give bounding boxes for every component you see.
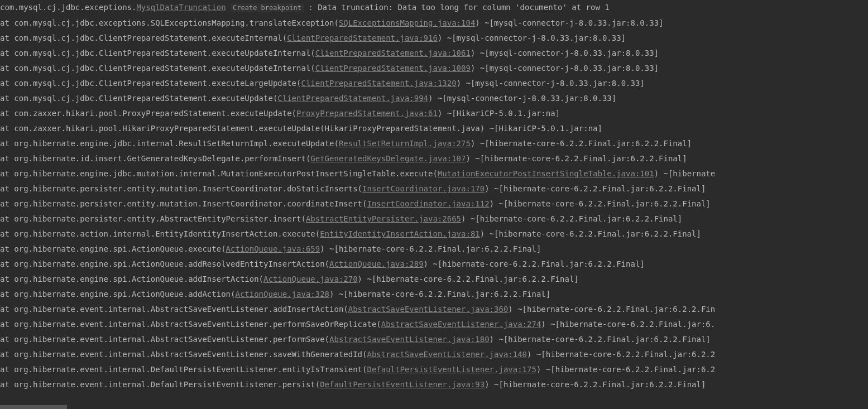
at-label: at xyxy=(0,320,14,329)
source-link[interactable]: AbstractEntityPersister.java:2665 xyxy=(306,214,461,223)
at-label: at xyxy=(0,335,14,344)
at-label: at xyxy=(0,244,14,253)
source-link[interactable]: GetGeneratedKeysDelegate.java:107 xyxy=(310,154,466,163)
frame-jar: ~[hibernate-core-6.2.2.Final.jar:6.2 xyxy=(541,365,715,374)
frame-jar: ~[mysql-connector-j-8.0.33.jar:8.0.33] xyxy=(475,49,659,57)
source-link[interactable]: AbstractSaveEventListener.java:180 xyxy=(329,335,490,344)
stack-frame: at com.mysql.cj.jdbc.ClientPreparedState… xyxy=(0,31,868,46)
at-label: at xyxy=(0,124,14,133)
stack-frame: at org.hibernate.action.internal.EntityI… xyxy=(0,227,868,242)
frame-jar: ~[hibernate-core-6.2.2.Final.jar:6.2.2.F… xyxy=(490,380,706,389)
frame-method: com.mysql.cj.jdbc.ClientPreparedStatemen… xyxy=(14,49,310,57)
source-link[interactable]: ClientPreparedStatement.java:916 xyxy=(287,33,438,42)
frame-method: org.hibernate.event.internal.AbstractSav… xyxy=(14,350,362,359)
stack-frame: at org.hibernate.event.internal.Abstract… xyxy=(0,332,868,347)
stack-frame: at org.hibernate.engine.jdbc.mutation.in… xyxy=(0,166,868,181)
stack-frame: at com.zaxxer.hikari.pool.HikariProxyPre… xyxy=(0,121,868,136)
frame-jar: ~[hibernate-core-6.2.2.Final.jar:6.2.2.F… xyxy=(325,244,541,253)
source-link[interactable]: ActionQueue.java:659 xyxy=(226,244,320,253)
source-link[interactable]: AbstractSaveEventListener.java:274 xyxy=(381,320,541,329)
source-link[interactable]: InsertCoordinator.java:170 xyxy=(362,184,485,193)
source-link[interactable]: AbstractSaveEventListener.java:360 xyxy=(348,305,509,314)
source-link[interactable]: ClientPreparedStatement.java:994 xyxy=(277,94,428,103)
source-link[interactable]: EntityIdentityInsertAction.java:81 xyxy=(320,229,480,238)
stack-frame: at org.hibernate.event.internal.DefaultP… xyxy=(0,362,868,377)
frame-jar: ~[hibernate-core-6.2.2.Final.jar:6.2.2.F… xyxy=(494,335,711,344)
at-label: at xyxy=(0,229,14,238)
frame-method: org.hibernate.persister.entity.mutation.… xyxy=(14,184,357,193)
source-link[interactable]: DefaultPersistEventListener.java:93 xyxy=(320,380,485,389)
create-breakpoint-button[interactable]: Create breakpoint xyxy=(231,3,304,12)
source-link[interactable]: SQLExceptionsMapping.java:104 xyxy=(339,18,475,27)
frame-method: org.hibernate.engine.spi.ActionQueue.add… xyxy=(14,259,324,268)
at-label: at xyxy=(0,109,14,118)
frame-jar: ~[mysql-connector-j-8.0.33.jar:8.0.33] xyxy=(475,64,659,73)
stack-frame: at org.hibernate.event.internal.Abstract… xyxy=(0,317,868,332)
frame-method: com.zaxxer.hikari.pool.ProxyPreparedStat… xyxy=(14,109,291,118)
stack-frame: at com.mysql.cj.jdbc.ClientPreparedState… xyxy=(0,61,868,76)
stack-frame: at org.hibernate.persister.entity.mutati… xyxy=(0,181,868,196)
frame-jar: ~[hibernate-core-6.2.2.Final.jar:6.2.2.F… xyxy=(362,275,579,283)
frame-method: org.hibernate.event.internal.AbstractSav… xyxy=(14,335,324,344)
source-link[interactable]: ActionQueue.java:289 xyxy=(329,259,424,268)
frame-method: com.mysql.cj.jdbc.ClientPreparedStatemen… xyxy=(14,64,310,73)
source-link[interactable]: DefaultPersistEventListener.java:175 xyxy=(367,365,536,374)
stack-frame: at org.hibernate.engine.spi.ActionQueue.… xyxy=(0,272,868,287)
source-link[interactable]: ClientPreparedStatement.java:1009 xyxy=(315,64,471,73)
stack-frame: at com.mysql.cj.jdbc.exceptions.SQLExcep… xyxy=(0,16,868,31)
at-label: at xyxy=(0,305,14,314)
stack-frame: at org.hibernate.persister.entity.mutati… xyxy=(0,196,868,211)
source-link[interactable]: ClientPreparedStatement.java:1061 xyxy=(315,49,471,57)
stack-frame: at com.mysql.cj.jdbc.ClientPreparedState… xyxy=(0,76,868,91)
at-label: at xyxy=(0,33,14,42)
at-label: at xyxy=(0,49,14,57)
frame-method: com.mysql.cj.jdbc.exceptions.SQLExceptio… xyxy=(14,18,334,27)
frame-method: org.hibernate.engine.spi.ActionQueue.exe… xyxy=(14,244,221,253)
exception-sep: : xyxy=(304,3,318,12)
frame-jar: ~[hibernate-core-6.2.2.Final.jar:6.2.2.F… xyxy=(334,290,550,299)
frame-method: com.mysql.cj.jdbc.ClientPreparedStatemen… xyxy=(14,79,296,88)
frame-jar: ~[hibernate-core-6.2.2.Final.jar:6.2.2.F… xyxy=(428,259,645,268)
frame-method: org.hibernate.event.internal.DefaultPers… xyxy=(14,365,362,374)
frame-jar: ~[hibernate-core-6.2.2.Final.jar:6.2.2 xyxy=(531,350,715,359)
frame-method: org.hibernate.engine.spi.ActionQueue.add… xyxy=(14,275,258,283)
at-label: at xyxy=(0,259,14,268)
source-link[interactable]: AbstractSaveEventListener.java:140 xyxy=(367,350,527,359)
frame-jar: ~[hibernate-core-6.2.2.Final.jar:6. xyxy=(546,320,715,329)
frame-method: org.hibernate.event.internal.DefaultPers… xyxy=(14,380,315,389)
at-label: at xyxy=(0,199,14,208)
frame-method: org.hibernate.engine.jdbc.internal.Resul… xyxy=(14,139,334,148)
exception-message: Data truncation: Data too long for colum… xyxy=(318,3,610,12)
frame-jar: ~[hibernate-core-6.2.2.Final.jar:6.2.2.F… xyxy=(471,154,687,163)
frame-method: org.hibernate.engine.spi.ActionQueue.add… xyxy=(14,290,231,299)
source-link[interactable]: MutationExecutorPostInsertSingleTable.ja… xyxy=(438,169,654,178)
source-text: HikariProxyPreparedStatement.java xyxy=(325,124,480,133)
source-link[interactable]: ActionQueue.java:328 xyxy=(235,290,329,299)
at-label: at xyxy=(0,350,14,359)
source-link[interactable]: InsertCoordinator.java:112 xyxy=(367,199,489,208)
at-label: at xyxy=(0,79,14,88)
frame-jar: ~[hibernate-core-6.2.2.Final.jar:6.2.2.F… xyxy=(490,184,706,193)
frame-method: org.hibernate.id.insert.GetGeneratedKeys… xyxy=(14,154,306,163)
at-label: at xyxy=(0,275,14,283)
source-link[interactable]: ClientPreparedStatement.java:1320 xyxy=(301,79,456,88)
source-link[interactable]: ProxyPreparedStatement.java:61 xyxy=(296,109,438,118)
frame-method: org.hibernate.event.internal.AbstractSav… xyxy=(14,320,376,329)
at-label: at xyxy=(0,154,14,163)
frame-method: org.hibernate.persister.entity.mutation.… xyxy=(14,199,362,208)
stack-frame: at com.mysql.cj.jdbc.ClientPreparedState… xyxy=(0,91,868,106)
frame-jar: ~[hibernate xyxy=(659,169,715,178)
frame-jar: ~[mysql-connector-j-8.0.33.jar:8.0.33] xyxy=(442,33,626,42)
frame-jar: ~[hibernate-core-6.2.2.Final.jar:6.2.2.F… xyxy=(494,199,711,208)
frame-jar: ~[hibernate-core-6.2.2.Final.jar:6.2.2.F… xyxy=(466,214,682,223)
frame-jar: ~[HikariCP-5.0.1.jar:na] xyxy=(442,109,560,118)
exception-prefix: com.mysql.cj.jdbc.exceptions. xyxy=(0,3,136,12)
at-label: at xyxy=(0,184,14,193)
frame-method: org.hibernate.engine.jdbc.mutation.inter… xyxy=(14,169,433,178)
frame-method: org.hibernate.action.internal.EntityIden… xyxy=(14,229,315,238)
source-link[interactable]: ResultSetReturnImpl.java:275 xyxy=(339,139,471,148)
frame-method: com.zaxxer.hikari.pool.HikariProxyPrepar… xyxy=(14,124,320,133)
source-link[interactable]: ActionQueue.java:270 xyxy=(263,275,358,283)
exception-class-link[interactable]: MysqlDataTruncation xyxy=(136,3,226,12)
frame-method: com.mysql.cj.jdbc.ClientPreparedStatemen… xyxy=(14,33,282,42)
